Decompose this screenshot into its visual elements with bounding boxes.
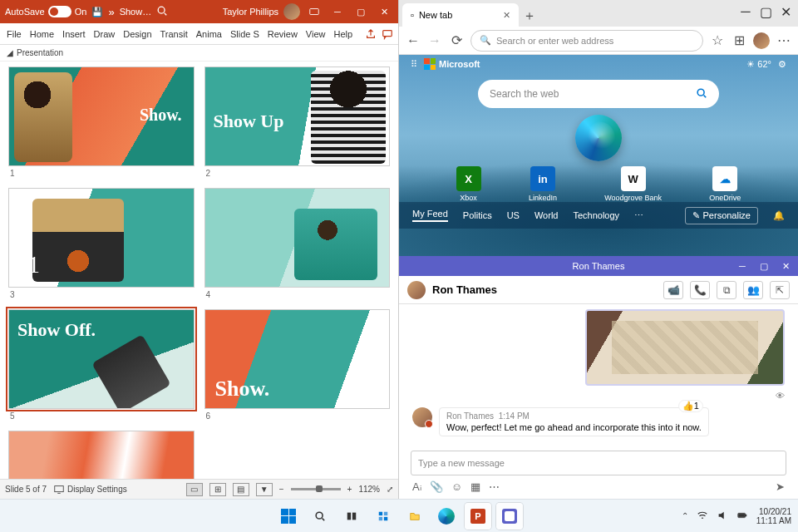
start-button[interactable]: [275, 503, 302, 530]
tab-design[interactable]: Design: [120, 27, 155, 42]
tray-chevron-icon[interactable]: ⌃: [682, 511, 688, 520]
zoom-out-icon[interactable]: −: [279, 485, 284, 494]
display-settings[interactable]: Display Settings: [53, 484, 127, 495]
teams-share-icon[interactable]: [305, 3, 323, 20]
emoji-icon[interactable]: ☺: [451, 480, 462, 493]
teams-icon[interactable]: [496, 503, 523, 530]
contact-avatar[interactable]: [407, 281, 426, 299]
feed-tab-myfeed[interactable]: My Feed: [412, 209, 448, 222]
more-icon[interactable]: ⋯: [489, 480, 500, 493]
search-icon[interactable]: [696, 87, 707, 101]
feed-tab-us[interactable]: US: [507, 210, 520, 220]
close-button[interactable]: ✕: [776, 258, 795, 274]
tab-insert[interactable]: Insert: [59, 27, 89, 42]
audio-call-icon[interactable]: 📞: [690, 281, 710, 299]
new-tab-button[interactable]: ＋: [519, 5, 540, 27]
feed-tab-more[interactable]: ⋯: [634, 210, 643, 221]
personalize-button[interactable]: ✎ Personalize: [685, 207, 758, 224]
tab-slideshow[interactable]: Slide S: [227, 27, 263, 42]
send-icon[interactable]: ➤: [776, 480, 785, 493]
quick-link[interactable]: WWoodgrove Bank: [604, 166, 662, 202]
msg-avatar[interactable]: [412, 407, 432, 427]
tab-animations[interactable]: Anima: [193, 27, 225, 42]
notifications-icon[interactable]: 🔔: [773, 210, 785, 221]
tab-home[interactable]: Home: [27, 27, 57, 42]
format-icon[interactable]: Aᵢ: [412, 480, 421, 493]
user-avatar[interactable]: [283, 3, 300, 20]
zoom-in-icon[interactable]: +: [347, 485, 352, 494]
taskbar[interactable]: P ⌃ 10/20/21 11:11 AM: [0, 499, 798, 532]
sorter-view-icon[interactable]: ⊞: [209, 483, 226, 496]
feed-tab-world[interactable]: World: [534, 210, 559, 220]
shared-image[interactable]: [585, 309, 785, 386]
chat-scroll[interactable]: 👁 👍1 Ron Thames 1:14 PM Wow, perfect! Le…: [399, 304, 798, 447]
edge-icon[interactable]: [433, 503, 460, 530]
zoom-level[interactable]: 112%: [358, 485, 380, 494]
taskview-icon[interactable]: [338, 503, 365, 530]
slide-sorter[interactable]: Show.1Show Up21134Show Off.5Show.6: [0, 62, 398, 479]
autosave-toggle[interactable]: AutoSave On: [5, 6, 86, 17]
section-header[interactable]: ◢Presentation: [0, 45, 398, 62]
close-button[interactable]: ✕: [776, 3, 795, 20]
browser-tab[interactable]: ▫ New tab ✕: [402, 3, 519, 27]
maximize-button[interactable]: ▢: [756, 3, 775, 20]
slide-thumbnail[interactable]: [8, 431, 195, 479]
microsoft-logo[interactable]: Microsoft: [424, 58, 480, 70]
ntp-search-box[interactable]: Search the web: [478, 80, 719, 108]
save-icon[interactable]: 💾: [91, 7, 103, 17]
normal-view-icon[interactable]: ▭: [186, 483, 203, 496]
minimize-button[interactable]: ─: [328, 3, 347, 20]
comments-icon[interactable]: [380, 27, 395, 42]
tab-view[interactable]: View: [303, 27, 329, 42]
popout-icon[interactable]: ⇱: [770, 281, 790, 299]
search-icon[interactable]: [156, 5, 168, 18]
gif-icon[interactable]: ▦: [470, 480, 480, 493]
battery-icon[interactable]: [736, 510, 748, 523]
slide-thumbnail[interactable]: Show Off.: [8, 309, 195, 409]
slide-thumbnail[interactable]: [204, 188, 391, 288]
feed-tab-technology[interactable]: Technology: [573, 210, 619, 220]
screenshare-icon[interactable]: ⧉: [717, 281, 736, 299]
tab-review[interactable]: Review: [264, 27, 301, 42]
slide-thumbnail[interactable]: Show.: [8, 66, 195, 166]
contact-name[interactable]: Ron Thames: [432, 283, 497, 296]
message-input[interactable]: Type a new message: [411, 451, 786, 475]
menu-icon[interactable]: ⋯: [776, 33, 791, 48]
slide-thumbnail[interactable]: Show Up: [204, 66, 391, 166]
user-name[interactable]: Taylor Phillips: [223, 7, 278, 17]
explorer-icon[interactable]: [401, 503, 428, 530]
share-icon[interactable]: [363, 27, 378, 42]
collections-icon[interactable]: ⊞: [732, 33, 746, 48]
tab-help[interactable]: Help: [331, 27, 357, 42]
forward-icon[interactable]: →: [427, 33, 442, 48]
slideshow-view-icon[interactable]: ▼: [256, 483, 273, 496]
search-icon[interactable]: [307, 503, 333, 530]
maximize-button[interactable]: ▢: [352, 3, 370, 20]
msg-bubble[interactable]: 👍1 Ron Thames 1:14 PM Wow, perfect! Let …: [439, 407, 709, 436]
tab-file[interactable]: File: [3, 27, 25, 42]
profile-avatar[interactable]: [753, 32, 770, 49]
quick-link[interactable]: inLinkedIn: [529, 166, 557, 202]
attach-icon[interactable]: 📎: [430, 480, 443, 493]
tab-draw[interactable]: Draw: [91, 27, 119, 42]
toggle-switch[interactable]: [48, 6, 71, 17]
wifi-icon[interactable]: [697, 510, 708, 523]
reading-view-icon[interactable]: ▤: [233, 483, 249, 496]
quick-link[interactable]: ☁OneDrive: [709, 166, 741, 202]
maximize-button[interactable]: ▢: [755, 258, 773, 274]
volume-icon[interactable]: [717, 510, 728, 523]
address-bar[interactable]: 🔍 Search or enter web address: [470, 30, 703, 52]
video-call-icon[interactable]: 📹: [663, 281, 683, 299]
zoom-slider[interactable]: [291, 488, 341, 490]
back-icon[interactable]: ←: [406, 33, 421, 48]
tab-transitions[interactable]: Transit: [157, 27, 191, 42]
add-people-icon[interactable]: 👥: [743, 281, 763, 299]
feed-tab-politics[interactable]: Politics: [463, 210, 492, 220]
quick-link[interactable]: XXbox: [456, 166, 481, 202]
clock[interactable]: 10/20/21 11:11 AM: [756, 507, 791, 525]
apps-icon[interactable]: ⠿: [411, 59, 417, 70]
fit-icon[interactable]: ⤢: [387, 485, 393, 494]
favorites-icon[interactable]: ☆: [710, 33, 725, 48]
refresh-icon[interactable]: ⟳: [449, 33, 464, 48]
doc-title[interactable]: Show…: [120, 7, 152, 17]
